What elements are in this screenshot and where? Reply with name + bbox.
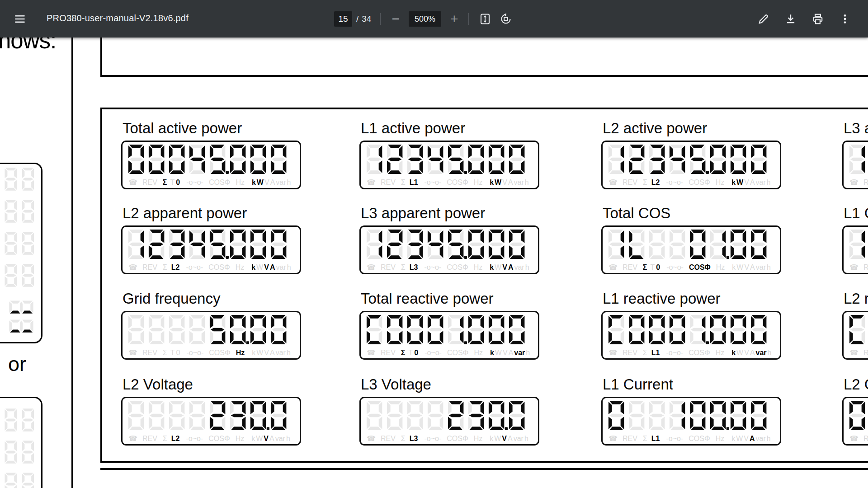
rotated-digit [5, 300, 37, 316]
lcd-legend: ☎REVΣL2-o~o-COSΦHzkWVAvarh [128, 264, 297, 271]
seven-segment-value [849, 314, 868, 345]
lcd-display: ☎REVΣT0-o~o-COSΦHzkWVAvarh [359, 311, 539, 360]
meter-display-cell: L3 apparent power ☎REVΣL3-o~o-COSΦHzkWVA… [359, 205, 539, 274]
lcd-display: ☎REVΣL2-o~o-COSΦHzkWVAvarh [842, 397, 868, 446]
lcd-legend: ☎REVΣL3-o~o-COSΦHzkWVAvarh [849, 179, 868, 186]
display-label: L2 Current [842, 376, 868, 397]
lcd-legend: ☎REVΣL2-o~o-COSΦHzkWVAvarh [849, 435, 868, 442]
annotate-button[interactable] [758, 13, 769, 25]
lcd-legend: ☎REVΣL3-o~o-COSΦHzkWVAvarh [367, 435, 535, 442]
lcd-legend: ☎REVΣL1-o~o-COSΦHzkWVAvarh [609, 349, 777, 357]
page-separator: / [356, 14, 359, 24]
print-button[interactable] [812, 13, 824, 25]
lcd-legend: ☎REVΣL2-o~o-COSΦHzkWVAvarh [128, 435, 297, 442]
seven-segment-value [849, 229, 868, 259]
page-rule-vertical [71, 38, 73, 488]
rotate-button[interactable] [500, 13, 512, 25]
seven-segment-value [366, 229, 528, 259]
document-title: PRO380-user-manual-V2.18v6.pdf [47, 13, 189, 23]
meter-display-cell: Total active power ☎REVΣT0-o~o-COSΦHzkWV… [121, 120, 301, 189]
meter-display-cell: L2 Voltage ☎REVΣL2-o~o-COSΦHzkWVAvarh [121, 376, 301, 446]
ghost-digit-pair [4, 263, 37, 287]
seven-segment-value [366, 314, 528, 345]
page-number-input[interactable] [334, 11, 352, 27]
display-label: Total COS [601, 205, 781, 225]
meter-display-cell: L2 apparent power ☎REVΣL2-o~o-COSΦHzkWVA… [121, 205, 301, 274]
toolbar-actions [758, 0, 851, 38]
lcd-display: ☎REVΣL3-o~o-COSΦHzkWVAvarh [359, 397, 539, 446]
table-rule-top [100, 75, 868, 77]
meter-display-cell: Grid frequency ☎REVΣT0-o~o-COSΦHzkWVAvar… [121, 290, 301, 360]
lcd-display: ☎REVΣL1-o~o-COSΦHzkWVAvarh [359, 141, 539, 189]
ghost-digit-pair [4, 199, 37, 223]
meter-display-cell: L3 active power ☎REVΣL3-o~o-COSΦHzkWVAva… [842, 120, 868, 189]
seven-segment-value [127, 400, 290, 431]
display-label: L3 Voltage [359, 376, 539, 397]
download-icon [785, 13, 797, 25]
display-label: L2 Voltage [121, 376, 301, 397]
fit-to-page-icon [479, 13, 491, 25]
display-label: Grid frequency [121, 290, 301, 311]
seven-segment-value [127, 144, 290, 174]
seven-segment-value [608, 400, 770, 431]
meter-display-cell: L1 reactive power ☎REVΣL1-o~o-COSΦHzkWVA… [601, 290, 781, 360]
display-label: L1 Current [601, 376, 781, 397]
plus-icon: + [450, 12, 458, 26]
lcd-display: ☎REVΣL3-o~o-COSΦHzkWVAvarh [359, 225, 539, 274]
lcd-legend: ☎REVΣL2-o~o-COSΦHzkWVAvarh [849, 349, 868, 357]
meter-display-cell: L3 Voltage ☎REVΣL3-o~o-COSΦHzkWVAvarh [359, 376, 539, 446]
display-label: L1 COS [842, 205, 868, 225]
meter-display-cell: L2 Current ☎REVΣL2-o~o-COSΦHzkWVAvarh [842, 376, 868, 446]
lcd-display: ☎REVΣT0-o~o-COSΦHzkWVAvarh [601, 225, 781, 274]
lcd-display: ☎REVΣL1-o~o-COSΦHzkWVAvarh [601, 311, 781, 360]
lcd-legend: ☎REVΣT0-o~o-COSΦHzkWVAvarh [128, 179, 297, 186]
meter-display-cell: Total COS ☎REVΣT0-o~o-COSΦHzkWVAvarh [601, 205, 781, 274]
lcd-display: ☎REVΣL2-o~o-COSΦHzkWVAvarh [842, 311, 868, 360]
lcd-example-display-bottom [0, 397, 42, 488]
toolbar-divider [380, 13, 381, 25]
lcd-display: ☎REVΣL2-o~o-COSΦHzkWVAvarh [601, 141, 781, 189]
meter-display-cell: L1 active power ☎REVΣL1-o~o-COSΦHzkWVAva… [359, 120, 539, 189]
ghost-digit-pair [4, 167, 37, 191]
hamburger-icon [14, 13, 26, 25]
seven-segment-value [849, 400, 868, 431]
seven-segment-value [849, 144, 868, 174]
seven-segment-value [608, 314, 770, 345]
lcd-legend: ☎REVΣL1-o~o-COSΦHzkWVAvarh [849, 264, 868, 271]
display-label: L3 active power [842, 120, 868, 141]
zoom-out-button[interactable]: − [392, 12, 400, 26]
seven-segment-value [366, 400, 528, 431]
table-rule-vertical [100, 38, 102, 76]
page-zoom-controls: / 34 − 500% + [334, 0, 512, 38]
ghost-digit-pair [4, 408, 37, 432]
lcd-legend: ☎REVΣT0-o~o-COSΦHzkWVAvarh [367, 349, 535, 357]
minus-icon: − [392, 12, 400, 26]
lcd-display: ☎REVΣT0-o~o-COSΦHzkWVAvarh [121, 311, 301, 360]
seven-segment-value [127, 229, 290, 259]
lcd-legend: ☎REVΣT0-o~o-COSΦHzkWVAvarh [128, 349, 297, 357]
lcd-legend: ☎REVΣL1-o~o-COSΦHzkWVAvarh [367, 179, 535, 186]
ghost-digit-pair [4, 440, 37, 464]
menu-button[interactable] [14, 13, 26, 25]
meter-display-cell: L1 Current ☎REVΣL1-o~o-COSΦHzkWVAvarh [601, 376, 781, 446]
rotate-icon [500, 13, 512, 25]
more-options-button[interactable] [839, 13, 851, 25]
fit-page-button[interactable] [479, 13, 491, 25]
lcd-display: ☎REVΣL1-o~o-COSΦHzkWVAvarh [842, 225, 868, 274]
page-text-or: or [8, 352, 26, 376]
print-icon [812, 13, 824, 25]
download-button[interactable] [785, 13, 797, 25]
seven-segment-value [127, 314, 290, 345]
toolbar-divider [468, 13, 469, 25]
page-count: 34 [362, 14, 371, 24]
kebab-menu-icon [839, 13, 851, 25]
ghost-digit-pair [4, 472, 37, 488]
seven-segment-value [366, 144, 528, 174]
zoom-level: 500% [409, 11, 441, 27]
display-label: L2 reactive power [842, 290, 868, 311]
meter-display-cell: L2 reactive power ☎REVΣL2-o~o-COSΦHzkWVA… [842, 290, 868, 360]
lcd-display: ☎REVΣL2-o~o-COSΦHzkWVAvarh [121, 225, 301, 274]
ghost-digit-pair [4, 231, 37, 255]
lcd-display: ☎REVΣL2-o~o-COSΦHzkWVAvarh [121, 397, 301, 446]
zoom-in-button[interactable]: + [450, 12, 458, 26]
